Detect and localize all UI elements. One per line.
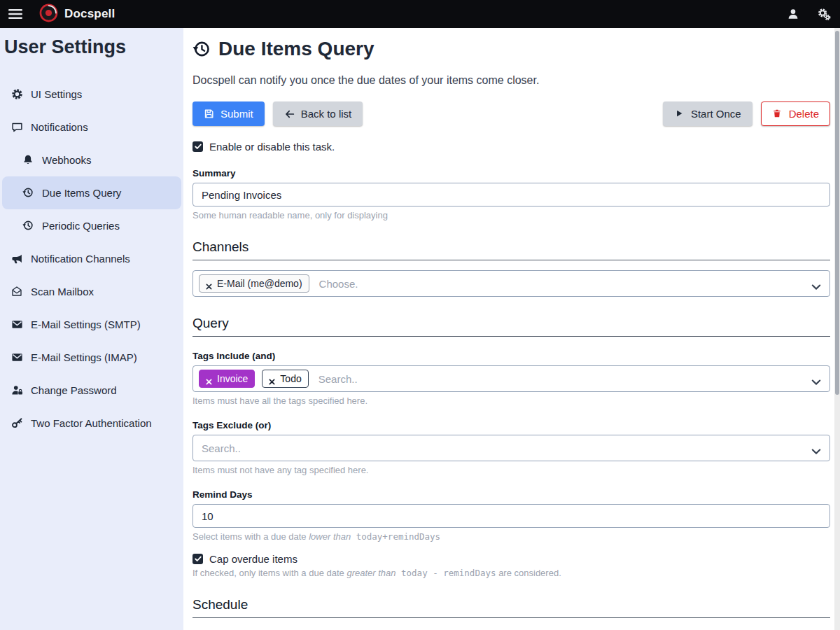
sidebar-item-label: E-Mail Settings (SMTP) <box>31 317 141 332</box>
bullhorn-icon <box>11 253 24 265</box>
history-icon <box>22 220 35 232</box>
summary-label: Summary <box>192 168 830 178</box>
arrow-left-icon <box>284 108 295 119</box>
envelope-icon <box>11 318 24 331</box>
query-heading: Query <box>192 316 830 337</box>
tags-exclude-placeholder: Search.. <box>199 442 241 454</box>
sidebar-item-label: Periodic Queries <box>42 218 120 233</box>
start-once-label: Start Once <box>691 108 741 120</box>
sidebar-item-webhooks[interactable]: Webhooks <box>0 144 183 176</box>
sidebar-nav: UI Settings Notifications Webhooks Due I… <box>0 78 183 440</box>
sidebar-item-change-password[interactable]: Change Password <box>0 374 183 407</box>
sidebar-item-periodic-queries[interactable]: Periodic Queries <box>0 209 183 242</box>
sidebar: User Settings UI Settings Notifications … <box>0 28 183 630</box>
enable-task-checkbox[interactable] <box>192 141 203 152</box>
envelope-icon <box>11 351 24 364</box>
history-icon <box>192 40 211 58</box>
channel-chip[interactable]: E-Mail (me@demo) <box>199 274 309 293</box>
back-button-label: Back to list <box>301 108 352 120</box>
scrollbar[interactable] <box>834 28 840 630</box>
sidebar-item-label: Notifications <box>31 120 88 134</box>
enable-task-label: Enable or disable this task. <box>209 141 335 153</box>
remind-days-input[interactable] <box>192 504 830 528</box>
docspell-logo-icon <box>39 4 58 25</box>
action-bar-left: Submit Back to list <box>192 102 363 126</box>
sidebar-item-notifications[interactable]: Notifications <box>0 111 183 144</box>
sidebar-item-email-smtp[interactable]: E-Mail Settings (SMTP) <box>0 308 183 341</box>
trash-icon <box>772 108 783 119</box>
brand[interactable]: Docspell <box>39 4 115 25</box>
submit-button-label: Submit <box>220 108 253 120</box>
tag-chip-label: Todo <box>280 373 301 384</box>
scrollbar-thumb[interactable] <box>835 31 839 395</box>
remove-chip-icon[interactable] <box>206 376 212 382</box>
sidebar-item-notification-channels[interactable]: Notification Channels <box>0 242 183 275</box>
history-icon <box>22 187 35 200</box>
sidebar-item-scan-mailbox[interactable]: Scan Mailbox <box>0 275 183 308</box>
sidebar-item-two-factor[interactable]: Two Factor Authentication <box>0 407 183 440</box>
tag-chip-label: Invoice <box>217 373 248 384</box>
user-lock-icon <box>11 384 24 397</box>
brand-name: Docspell <box>64 7 115 21</box>
bell-icon <box>22 154 35 167</box>
comment-icon <box>11 121 24 134</box>
channels-placeholder: Choose. <box>316 278 358 290</box>
intro-text: Docspell can notify you once the due dat… <box>192 74 830 87</box>
tags-include-select[interactable]: Invoice Todo Search.. <box>192 365 830 392</box>
sidebar-item-due-items-query[interactable]: Due Items Query <box>2 176 181 209</box>
topbar: Docspell <box>0 0 840 28</box>
tags-exclude-hint: Items must not have any tag specified he… <box>192 465 830 475</box>
chevron-down-icon[interactable] <box>811 281 821 287</box>
start-once-button[interactable]: Start Once <box>663 102 752 126</box>
delete-button-label: Delete <box>789 108 819 120</box>
sidebar-item-email-imap[interactable]: E-Mail Settings (IMAP) <box>0 341 183 374</box>
sidebar-item-label: Due Items Query <box>42 186 121 200</box>
delete-button[interactable]: Delete <box>761 102 830 126</box>
main-content: Due Items Query Docspell can notify you … <box>183 28 834 630</box>
remove-chip-icon[interactable] <box>206 281 212 287</box>
sidebar-item-label: Notification Channels <box>31 251 130 266</box>
sidebar-item-label: Scan Mailbox <box>31 284 94 299</box>
remove-chip-icon[interactable] <box>269 376 275 382</box>
action-bar-right: Start Once Delete <box>663 102 830 126</box>
submit-button[interactable]: Submit <box>192 102 265 126</box>
sidebar-title: User Settings <box>4 36 183 58</box>
cap-overdue-row: Cap overdue items <box>192 553 830 565</box>
tag-chip-invoice[interactable]: Invoice <box>199 370 255 388</box>
sidebar-item-label: Webhooks <box>42 153 92 167</box>
channel-chip-label: E-Mail (me@demo) <box>217 278 302 289</box>
envelope-open-icon <box>11 286 24 298</box>
cap-overdue-checkbox[interactable] <box>192 554 203 564</box>
remind-days-hint: Select items with a due date lower than … <box>192 531 830 542</box>
settings-cogs-icon[interactable] <box>818 8 830 20</box>
tags-exclude-select[interactable]: Search.. <box>192 435 830 461</box>
sidebar-item-label: Change Password <box>31 383 117 398</box>
play-icon <box>674 108 685 119</box>
save-icon <box>204 108 214 119</box>
sidebar-item-ui-settings[interactable]: UI Settings <box>0 78 183 111</box>
cap-overdue-label: Cap overdue items <box>209 553 298 565</box>
cap-overdue-hint: If checked, only items with a due date g… <box>192 568 830 578</box>
topbar-right <box>787 8 830 20</box>
tag-chip-todo[interactable]: Todo <box>262 370 308 388</box>
key-icon <box>11 417 24 430</box>
user-account-icon[interactable] <box>787 8 799 20</box>
tags-include-label: Tags Include (and) <box>192 351 830 361</box>
action-bar: Submit Back to list Start Once Delete <box>192 102 830 126</box>
page-title-text: Due Items Query <box>218 38 374 60</box>
tags-include-hint: Items must have all the tags specified h… <box>192 396 830 406</box>
chevron-down-icon[interactable] <box>811 376 821 382</box>
summary-hint: Some human readable name, only for displ… <box>192 210 830 220</box>
channels-select[interactable]: E-Mail (me@demo) Choose. <box>192 270 830 297</box>
tags-exclude-label: Tags Exclude (or) <box>192 420 830 430</box>
chevron-down-icon[interactable] <box>811 445 821 451</box>
summary-input[interactable] <box>192 183 830 206</box>
gear-icon <box>11 88 24 101</box>
remind-days-label: Remind Days <box>192 489 830 500</box>
schedule-heading: Schedule <box>192 597 830 618</box>
enable-task-row: Enable or disable this task. <box>192 141 830 153</box>
hamburger-menu-icon[interactable] <box>8 8 24 20</box>
back-to-list-button[interactable]: Back to list <box>273 102 363 126</box>
sidebar-item-label: UI Settings <box>31 87 82 102</box>
sidebar-item-label: Two Factor Authentication <box>31 416 152 430</box>
